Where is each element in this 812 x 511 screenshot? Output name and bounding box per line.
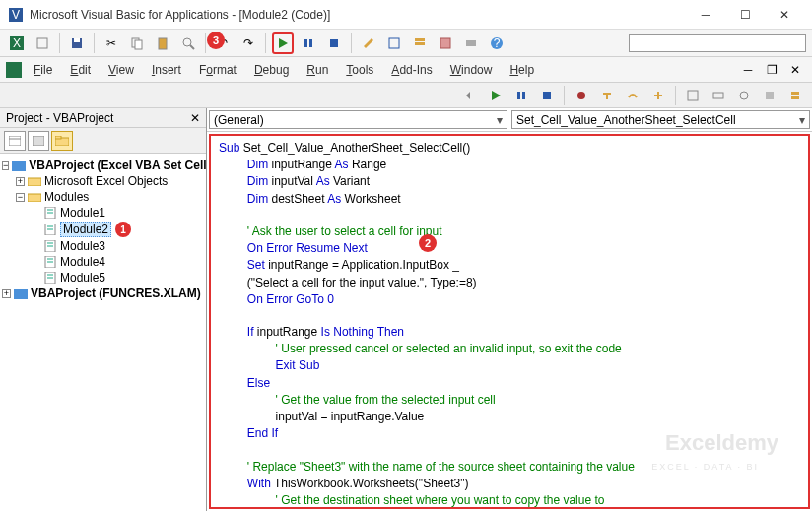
- project-panel-title-text: Project - VBAProject: [6, 111, 113, 125]
- minimize-button[interactable]: ─: [686, 1, 725, 29]
- svg-rect-15: [330, 39, 338, 47]
- code-editor[interactable]: Sub Set_Cell_Value_AnotherSheet_SelectCe…: [209, 134, 810, 509]
- svg-rect-44: [28, 194, 41, 202]
- stop-icon[interactable]: [323, 32, 345, 54]
- reset-icon[interactable]: [536, 85, 558, 106]
- toggle-folders-icon[interactable]: [51, 131, 73, 151]
- mdi-restore-icon[interactable]: ❐: [761, 59, 782, 81]
- project-tree[interactable]: −VBAProject (Excel VBA Set Cell +Microso…: [0, 154, 206, 511]
- help-icon[interactable]: ?: [486, 32, 508, 54]
- tree-module1[interactable]: Module1: [60, 206, 105, 220]
- tree-modules-folder[interactable]: Modules: [44, 190, 89, 204]
- menu-run[interactable]: Run: [299, 60, 336, 80]
- svg-rect-60: [14, 289, 28, 299]
- window-title: Microsoft Visual Basic for Applications …: [30, 8, 686, 22]
- svg-marker-26: [492, 91, 501, 100]
- procedure-combo-value: Set_Cell_Value_AnotherSheet_SelectCell: [516, 113, 736, 127]
- properties-icon[interactable]: [409, 32, 431, 54]
- svg-marker-12: [279, 38, 288, 48]
- step-into-icon[interactable]: [596, 85, 618, 106]
- locals-icon[interactable]: [682, 85, 704, 106]
- paste-icon[interactable]: [152, 32, 173, 54]
- step-over-icon[interactable]: [622, 85, 643, 106]
- close-button[interactable]: ✕: [765, 1, 804, 29]
- copy-icon[interactable]: [126, 32, 148, 54]
- menu-debug[interactable]: Debug: [246, 60, 297, 80]
- svg-text:?: ?: [494, 36, 501, 50]
- tree-root-2[interactable]: VBAProject (FUNCRES.XLAM): [31, 287, 201, 300]
- menu-help[interactable]: Help: [502, 60, 542, 80]
- callout-2: 2: [419, 234, 437, 252]
- svg-rect-9: [159, 38, 167, 49]
- app-icon: V: [8, 7, 24, 23]
- compile-icon[interactable]: [459, 85, 481, 106]
- menu-bar: File Edit View Insert Format Debug Run T…: [0, 57, 812, 83]
- pause-icon[interactable]: [298, 32, 319, 54]
- step-out-icon[interactable]: [647, 85, 669, 106]
- watermark-sub: EXCEL · DATA · BI: [651, 461, 759, 473]
- menu-view[interactable]: View: [101, 60, 142, 80]
- svg-rect-6: [74, 38, 80, 42]
- tree-root-1[interactable]: VBAProject (Excel VBA Set Cell: [29, 159, 206, 172]
- mdi-close-icon[interactable]: ✕: [784, 59, 806, 81]
- quick-watch-icon[interactable]: [759, 85, 780, 106]
- svg-rect-8: [135, 40, 142, 49]
- immediate-icon[interactable]: [708, 85, 729, 106]
- save-icon[interactable]: [66, 32, 88, 54]
- chevron-down-icon: ▾: [497, 113, 503, 127]
- run-sub-icon[interactable]: [485, 85, 507, 106]
- svg-rect-41: [55, 136, 61, 139]
- toolbox-icon[interactable]: [460, 32, 482, 54]
- object-combo[interactable]: (General)▾: [209, 110, 508, 129]
- breakpoint-icon[interactable]: [571, 85, 592, 106]
- excel-icon[interactable]: X: [6, 32, 28, 54]
- mdi-minimize-icon[interactable]: ─: [737, 59, 759, 81]
- cut-icon[interactable]: ✂: [101, 32, 122, 54]
- project-panel-toolbar: [0, 128, 206, 154]
- svg-text:X: X: [13, 36, 21, 50]
- tree-module4[interactable]: Module4: [60, 255, 105, 269]
- design-mode-icon[interactable]: [358, 32, 379, 54]
- watch-icon[interactable]: [733, 85, 755, 106]
- break-icon[interactable]: [510, 85, 532, 106]
- tree-module3[interactable]: Module3: [60, 239, 105, 253]
- debug-toolbar: [0, 83, 812, 108]
- project-panel-title: Project - VBAProject ✕: [0, 108, 206, 128]
- tree-module2[interactable]: Module2: [60, 222, 111, 237]
- svg-rect-29: [543, 92, 551, 99]
- maximize-button[interactable]: ☐: [725, 1, 765, 29]
- object-browser-icon[interactable]: [435, 32, 456, 54]
- menu-addins[interactable]: Add-Ins: [383, 60, 440, 80]
- menu-format[interactable]: Format: [191, 60, 244, 80]
- svg-rect-14: [309, 39, 312, 47]
- svg-rect-17: [389, 38, 399, 48]
- position-box: [629, 34, 806, 52]
- menu-window[interactable]: Window: [442, 60, 501, 80]
- call-stack-icon[interactable]: [784, 85, 806, 106]
- menu-file[interactable]: File: [26, 60, 60, 80]
- tree-module5[interactable]: Module5: [60, 271, 105, 285]
- view-object-icon[interactable]: [28, 131, 49, 151]
- procedure-combo[interactable]: Set_Cell_Value_AnotherSheet_SelectCell▾: [511, 110, 810, 129]
- svg-point-30: [577, 92, 585, 99]
- code-area: (General)▾ Set_Cell_Value_AnotherSheet_S…: [207, 108, 812, 511]
- excel-mini-icon[interactable]: [6, 62, 22, 78]
- menu-insert[interactable]: Insert: [144, 60, 189, 80]
- svg-rect-37: [9, 136, 21, 146]
- redo-icon[interactable]: ↷: [237, 32, 259, 54]
- view-code-icon[interactable]: [4, 131, 26, 151]
- find-icon[interactable]: [177, 32, 199, 54]
- svg-rect-28: [522, 92, 525, 99]
- panel-close-icon[interactable]: ✕: [190, 111, 200, 125]
- svg-line-11: [190, 45, 194, 49]
- tree-excel-objects[interactable]: Microsoft Excel Objects: [44, 174, 168, 188]
- svg-rect-4: [37, 38, 47, 48]
- object-combo-value: (General): [214, 113, 264, 127]
- menu-tools[interactable]: Tools: [338, 60, 381, 80]
- insert-module-icon[interactable]: [32, 32, 53, 54]
- svg-rect-24: [6, 62, 22, 78]
- project-explorer: Project - VBAProject ✕ −VBAProject (Exce…: [0, 108, 207, 511]
- menu-edit[interactable]: Edit: [62, 60, 99, 80]
- run-button[interactable]: [272, 32, 294, 54]
- project-explorer-icon[interactable]: [383, 32, 405, 54]
